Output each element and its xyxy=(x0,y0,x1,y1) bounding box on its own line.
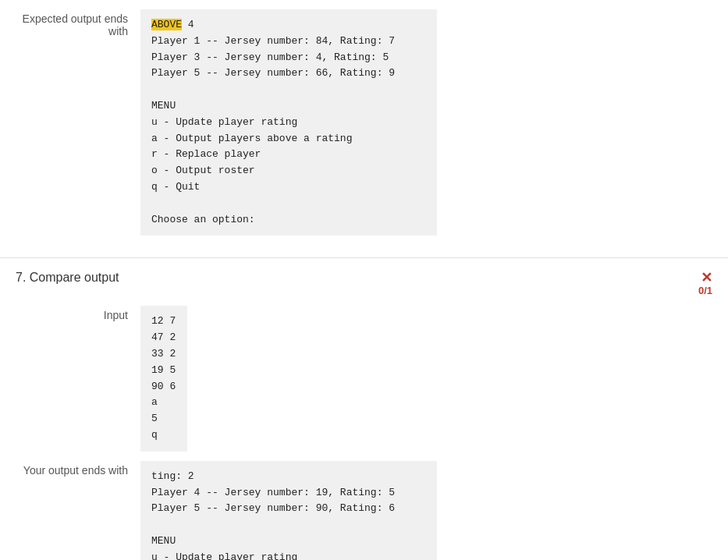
close-icon: ✕ xyxy=(701,271,712,285)
score-badge: 0/1 xyxy=(698,285,712,296)
expected-output-label: Expected output ends with xyxy=(16,9,140,37)
section-expected-output: Expected output ends with ABOVE 4 Player… xyxy=(0,0,728,258)
compare-output-title: 7. Compare output xyxy=(16,271,119,285)
input-row: Input 12 7 47 2 33 2 19 5 90 6 a 5 q xyxy=(16,306,712,451)
input-label: Input xyxy=(16,306,140,321)
compare-output-header: 7. Compare output ✕ 0/1 xyxy=(16,271,712,296)
your-output-box: ting: 2 Player 4 -- Jersey number: 19, R… xyxy=(140,461,437,560)
your-output-label: Your output ends with xyxy=(16,461,140,477)
page: Expected output ends with ABOVE 4 Player… xyxy=(0,0,728,560)
score-column: ✕ 0/1 xyxy=(698,271,712,296)
your-output-row: Your output ends with ting: 2 Player 4 -… xyxy=(16,461,712,560)
expected-output-row: Expected output ends with ABOVE 4 Player… xyxy=(16,9,712,236)
expected-output-box: ABOVE 4 Player 1 -- Jersey number: 84, R… xyxy=(140,9,437,236)
input-box: 12 7 47 2 33 2 19 5 90 6 a 5 q xyxy=(140,306,187,451)
section-compare-output: 7. Compare output ✕ 0/1 Input 12 7 47 2 … xyxy=(0,258,728,560)
